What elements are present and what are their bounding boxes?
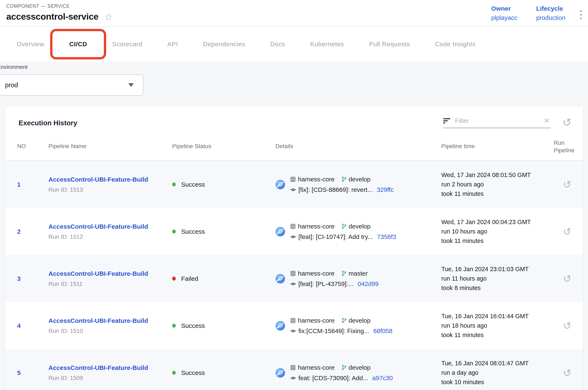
status-label: Success [181,322,205,329]
time-relative: run 18 hours ago [441,321,554,330]
environment-dropdown[interactable]: prod [0,74,143,96]
run-id: Run ID: 1511 [48,281,172,287]
run-id: Run ID: 1509 [48,375,172,382]
active-tab-underline [54,57,102,59]
table-row: 3 AccessControl-UBI-Feature-Build Run ID… [5,255,583,302]
tab-ci-cd[interactable]: CI/CD [57,27,100,62]
column-header-pipeline-status: Pipeline Status [172,136,274,160]
owner-link[interactable]: plplayacc [491,14,517,21]
pipeline-status-cell: Success [172,369,274,376]
time-gmt: Tue, 16 Jan 2024 08:01:47 GMT [441,359,554,368]
status-label: Success [181,228,205,235]
run-pipeline-button[interactable]: ↺ [554,320,583,332]
table-row: 4 AccessControl-UBI-Feature-Build Run ID… [5,302,583,349]
tab-overview[interactable]: Overview [4,27,57,62]
run-id: Run ID: 1510 [48,328,172,334]
row-number: 3 [14,275,48,282]
run-pipeline-button[interactable]: ↺ [554,226,583,238]
details-cell: harness-core master [274,270,441,288]
card-title: Execution History [14,119,77,128]
status-dot [172,230,176,234]
status-dot [172,324,176,328]
page-title: accesscontrol-service [6,11,98,22]
lifecycle-block: Lifecycle production [536,5,565,26]
run-id: Run ID: 1512 [48,234,172,240]
tab-scorecard[interactable]: Scorecard [100,27,155,62]
commit-hash-link[interactable]: 68f058 [373,327,392,335]
pipeline-status-cell: Success [172,228,274,235]
repository-name: harness-core [298,364,335,371]
commit-hash-link[interactable]: 7356f3 [377,233,396,241]
pipeline-name-link[interactable]: AccessControl-UBI-Feature-Build [48,364,172,371]
git-commit-icon [290,329,296,334]
details-cell: harness-core develop [274,223,441,241]
pipeline-name-cell: AccessControl-UBI-Feature-Build Run ID: … [48,317,172,334]
git-branch-icon [341,318,347,323]
pipeline-time-cell: Tue, 16 Jan 2024 16:01:44 GMT run 18 hou… [441,312,554,340]
pipeline-name-cell: AccessControl-UBI-Feature-Build Run ID: … [48,364,172,382]
details-cell: harness-core develop [274,317,441,335]
column-header-pipeline-time: Pipeline time [441,136,554,160]
git-branch-icon [341,271,347,276]
pipeline-name-link[interactable]: AccessControl-UBI-Feature-Build [48,317,172,324]
table-row: 1 AccessControl-UBI-Feature-Build Run ID… [5,161,583,208]
row-number: 1 [14,181,48,188]
run-pipeline-button[interactable]: ↺ [554,367,583,379]
clear-filter-icon[interactable]: ✕ [544,117,551,125]
tab-docs[interactable]: Docs [258,27,298,62]
page-header: COMPONENT — SERVICE accesscontrol-servic… [0,0,588,27]
time-relative: run 10 hours ago [441,227,554,236]
owner-block: Owner plplayacc [491,5,517,26]
table-row: 2 AccessControl-UBI-Feature-Build Run ID… [5,208,583,255]
filter-box: ✕ [443,117,550,128]
run-pipeline-button[interactable]: ↺ [554,179,583,190]
more-options-icon[interactable] [580,5,582,26]
header-left: COMPONENT — SERVICE accesscontrol-servic… [6,3,113,26]
repository-icon [290,365,296,371]
column-header-pipeline-name: Pipeline Name [48,136,172,160]
commit-hash-link[interactable]: 329ffc [377,186,394,193]
tab-api[interactable]: API [155,27,191,62]
pipeline-avatar-icon [275,274,285,284]
git-branch-icon [341,176,347,182]
column-header-no: NO [14,136,48,160]
row-number: 5 [14,369,48,376]
pipeline-time-cell: Wed, 17 Jan 2024 08:01:50 GMT run 2 hour… [441,170,554,198]
pipeline-name-cell: AccessControl-UBI-Feature-Build Run ID: … [48,176,172,193]
commit-message: feat: [CDS-73090]: Add... [298,375,368,382]
pipeline-avatar-icon [275,227,285,237]
duration: took 11 minutes [441,189,554,198]
pipeline-name-link[interactable]: AccessControl-UBI-Feature-Build [48,223,172,230]
row-number: 4 [14,322,48,329]
pipeline-avatar-icon [275,180,285,189]
commit-message: fix:[CCM-15649]: Fixing... [298,327,369,335]
commit-hash-link[interactable]: 042d99 [358,280,379,288]
status-dot [172,183,176,187]
filter-input[interactable] [455,117,539,124]
repository-icon [290,223,296,229]
repository-icon [290,271,296,276]
commit-message: [feat]: [PL-43759]:... [298,280,353,288]
favorite-star-icon[interactable]: ☆ [104,12,113,22]
pipeline-name-link[interactable]: AccessControl-UBI-Feature-Build [48,176,172,183]
repository-icon [290,176,296,182]
commit-hash-link[interactable]: a97c30 [372,375,393,382]
header-right: Owner plplayacc Lifecycle production [491,3,582,26]
pipeline-name-link[interactable]: AccessControl-UBI-Feature-Build [48,270,172,277]
tab-code-insights[interactable]: Code Insights [423,27,488,62]
refresh-icon[interactable]: ↺ [562,117,572,128]
owner-label: Owner [491,5,517,12]
entity-kind: COMPONENT — SERVICE [6,3,113,9]
tab-kubernetes[interactable]: Kubernetes [298,27,356,62]
tab-dependencies[interactable]: Dependencies [191,27,258,62]
branch-name: develop [349,364,370,371]
run-pipeline-button[interactable]: ↺ [554,273,583,285]
pipeline-status-cell: Success [172,322,274,329]
row-number: 2 [14,228,48,235]
git-commit-icon [290,187,296,192]
lifecycle-value: production [536,14,565,21]
branch-name: develop [349,317,370,324]
tab-pull-requests[interactable]: Pull Requests [356,27,423,62]
git-commit-icon [290,376,296,381]
duration: took 10 minutes [441,378,554,387]
